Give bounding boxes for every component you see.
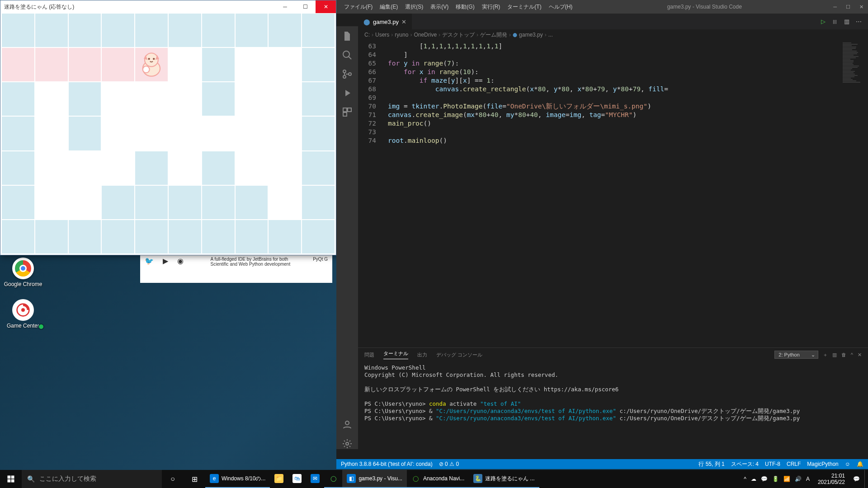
vscode-menubar[interactable]: ファイル(F)編集(E)選択(S)表示(V)移動(G)実行(R)ターミナル(T)… [341,1,576,13]
tab-debug-console[interactable]: デバッグ コンソール [436,352,482,358]
status-python[interactable]: Python 3.8.8 64-bit ('test of AI': conda… [341,461,433,467]
minimize-button[interactable]: ─ [275,0,295,13]
more-icon[interactable]: ⋯ [856,18,862,25]
tray-notifications-icon[interactable]: 💬 [853,476,860,482]
vscode-status-bar[interactable]: Python 3.8.8 64-bit ('test of AI': conda… [336,459,868,469]
tab-output[interactable]: 出力 [417,352,427,358]
taskbar-app-anaconda[interactable]: ◯Anaconda Navi... [407,470,469,488]
maze-cell [101,13,135,47]
game-canvas[interactable] [1,13,335,254]
tray-volume-icon[interactable]: 🔊 [795,476,802,482]
tray-meet-icon[interactable]: 💬 [761,476,768,482]
files-icon[interactable] [342,31,353,42]
status-spaces[interactable]: スペース: 4 [731,460,759,468]
debug-icon[interactable] [342,88,353,99]
taskbar-app-store[interactable]: 🛍 [288,470,306,488]
vscode-tabs[interactable]: ⬤ game3.py ✕ ▷ ⫼ ▥ ⋯ [358,14,868,29]
menu-item[interactable]: ヘルプ(H) [546,1,576,13]
vscode-window[interactable]: ファイル(F)編集(E)選択(S)表示(V)移動(G)実行(R)ターミナル(T)… [336,0,868,469]
menu-item[interactable]: ファイル(F) [341,1,376,13]
status-bell-icon[interactable]: 🔔 [857,461,863,467]
status-language[interactable]: MagicPython [807,461,838,467]
breadcrumb-segment[interactable]: Users [375,32,389,38]
status-encoding[interactable]: UTF-8 [765,461,780,467]
desktop-icon-gamecenter[interactable]: Game Center [3,299,43,329]
tkinter-game-window[interactable]: 迷路を塗るにゃん (応答なし) ─ ☐ ✕ [0,0,336,255]
vscode-maximize-button[interactable]: ☐ [846,4,850,10]
tab-problems[interactable]: 問題 [364,352,374,358]
code-content[interactable]: [1,1,1,1,1,1,1,1,1,1] ]for y in range(7)… [383,40,841,347]
new-terminal-icon[interactable]: ＋ [823,352,828,358]
desktop-icon-chrome[interactable]: Google Chrome [3,258,43,287]
split-terminal-icon[interactable]: ▥ [832,352,837,358]
taskbar-app-edge[interactable]: eWindows 8/10の... [205,470,270,488]
svg-rect-13 [343,113,347,116]
breadcrumb-segment[interactable]: C: [364,32,370,38]
layout-icon[interactable]: ▥ [844,18,849,25]
kill-terminal-icon[interactable]: 🗑 [841,352,846,357]
task-view-icon[interactable]: ⊞ [184,470,205,488]
tray-chevron-icon[interactable]: ^ [744,476,746,482]
taskbar-app-explorer[interactable]: 📁 [270,470,288,488]
tray-ime-icon[interactable]: A [806,476,810,482]
close-button[interactable]: ✕ [316,0,336,13]
tab-terminal[interactable]: ターミナル [383,350,408,359]
extensions-icon[interactable] [342,107,353,117]
taskbar-app-vscode[interactable]: ◧game3.py - Visu... [342,470,407,488]
breadcrumb-segment[interactable]: ryuno [395,32,408,38]
vscode-activity-bar[interactable] [336,26,358,449]
tray-wifi-icon[interactable]: 📶 [783,476,790,482]
system-tray[interactable]: ^ ☁ 💬 🔋 📶 🔊 A 21:01 2021/05/22 💬 [744,470,868,488]
vscode-minimize-button[interactable]: ─ [833,4,837,10]
menu-item[interactable]: ターミナル(T) [504,1,544,13]
tray-clock[interactable]: 21:01 2021/05/22 [814,473,849,485]
breadcrumb-segment[interactable]: OneDrive [414,32,437,38]
cortana-icon[interactable]: ○ [162,470,184,488]
status-eol[interactable]: CRLF [787,461,801,467]
menu-item[interactable]: 表示(V) [427,1,452,13]
vscode-close-button[interactable]: ✕ [859,4,863,10]
code-editor[interactable]: 636465666768697071727374 [1,1,1,1,1,1,1,… [358,40,868,347]
tray-onedrive-icon[interactable]: ☁ [751,476,756,482]
tray-battery-icon[interactable]: 🔋 [772,476,779,482]
terminal-panel[interactable]: 問題 ターミナル 出力 デバッグ コンソール 2: Python ⌄ ＋ ▥ 🗑… [358,347,868,459]
taskbar-search[interactable]: 🔍 ここに入力して検索 [22,470,162,488]
tab-game3-py[interactable]: ⬤ game3.py ✕ [358,14,412,29]
maximize-button[interactable]: ☐ [295,0,316,13]
status-line-col[interactable]: 行 55, 列 1 [698,460,724,468]
minimap[interactable] [841,40,868,347]
maze-cell [101,185,135,220]
start-button[interactable] [0,470,22,488]
breadcrumb-segment[interactable]: ... [548,32,553,38]
git-icon[interactable] [342,69,353,80]
tab-close-icon[interactable]: ✕ [401,19,406,25]
taskbar-app-mail[interactable]: ✉ [306,470,324,488]
menu-item[interactable]: 実行(R) [479,1,504,13]
maze-cell [135,220,168,254]
close-panel-icon[interactable]: ✕ [858,352,862,358]
vscode-titlebar[interactable]: ファイル(F)編集(E)選択(S)表示(V)移動(G)実行(R)ターミナル(T)… [336,0,868,14]
breadcrumb-segment[interactable]: デスクトップ [442,31,475,39]
search-icon[interactable] [342,50,353,61]
panel-tabs[interactable]: 問題 ターミナル 出力 デバッグ コンソール 2: Python ⌄ ＋ ▥ 🗑… [358,348,868,361]
breadcrumb-segment[interactable]: ゲーム開発 [480,31,507,39]
status-feedback-icon[interactable]: ☺ [845,461,850,467]
taskbar-app-python[interactable]: 🐍迷路を塗るにゃん ... [469,470,539,488]
account-icon[interactable] [342,419,353,430]
show-desktop-button[interactable] [864,470,867,488]
terminal-selector[interactable]: 2: Python ⌄ [774,351,818,359]
game-window-titlebar[interactable]: 迷路を塗るにゃん (応答なし) ─ ☐ ✕ [0,0,336,13]
settings-gear-icon[interactable] [342,438,353,449]
windows-taskbar[interactable]: 🔍 ここに入力して検索 ○ ⊞ eWindows 8/10の...📁🛍✉◯◧ga… [0,470,868,488]
menu-item[interactable]: 編集(E) [377,1,401,13]
taskbar-app-spinner[interactable]: ◯ [324,470,342,488]
menu-item[interactable]: 選択(S) [402,1,426,13]
run-icon[interactable]: ▷ [821,18,826,25]
split-editor-icon[interactable]: ⫼ [832,18,838,25]
terminal-output[interactable]: Windows PowerShellCopyright (C) Microsof… [358,361,868,459]
maximize-panel-icon[interactable]: ^ [851,352,853,357]
breadcrumb-segment[interactable]: game3.py [519,32,543,38]
menu-item[interactable]: 移動(G) [453,1,477,13]
breadcrumb[interactable]: C: › Users › ryuno › OneDrive › デスクトップ ›… [358,29,868,40]
status-errors[interactable]: ⊘ 0 ⚠ 0 [439,461,459,467]
